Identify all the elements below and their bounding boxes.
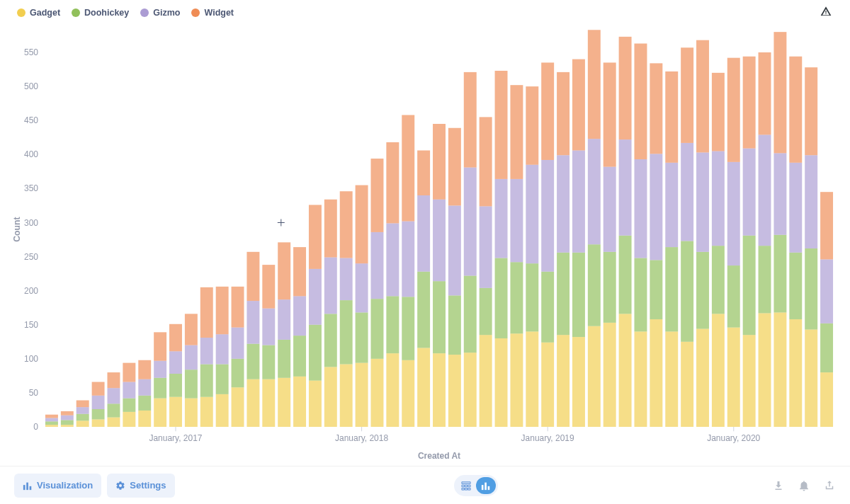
bar-segment-gizmo[interactable] (356, 263, 368, 312)
bar-segment-gadget[interactable] (371, 359, 384, 427)
bar-segment-gadget[interactable] (309, 381, 322, 427)
bar-segment-gizmo[interactable] (433, 200, 446, 281)
bar-segment-doohickey[interactable] (665, 247, 678, 331)
bar-segment-widget[interactable] (464, 72, 477, 168)
bar-segment-gizmo[interactable] (138, 379, 151, 396)
bar-segment-gizmo[interactable] (820, 259, 833, 323)
bar-segment-doohickey[interactable] (232, 359, 244, 387)
bar-segment-widget[interactable] (356, 185, 368, 264)
bar-segment-gizmo[interactable] (510, 179, 523, 262)
bar-segment-gadget[interactable] (417, 348, 430, 427)
bar-segment-gizmo[interactable] (572, 151, 585, 253)
bar-segment-gadget[interactable] (526, 331, 538, 427)
bar-segment-gadget[interactable] (123, 412, 135, 427)
warning-icon[interactable] (820, 6, 842, 19)
bar-segment-gadget[interactable] (743, 335, 756, 427)
bar-segment-widget[interactable] (448, 128, 461, 206)
bar-segment-doohickey[interactable] (246, 344, 259, 379)
bar-segment-gadget[interactable] (61, 425, 74, 427)
bar-segment-gizmo[interactable] (696, 152, 709, 251)
table-view-toggle[interactable] (456, 477, 476, 494)
bar-segment-gizmo[interactable] (340, 258, 353, 300)
bar-segment-doohickey[interactable] (727, 265, 740, 328)
bar-segment-doohickey[interactable] (293, 336, 306, 377)
bar-segment-doohickey[interactable] (386, 296, 399, 353)
bar-segment-gizmo[interactable] (526, 165, 538, 263)
bar-segment-widget[interactable] (495, 71, 508, 179)
bar-segment-gadget[interactable] (820, 372, 833, 427)
bar-segment-widget[interactable] (588, 30, 601, 139)
bar-segment-gizmo[interactable] (650, 154, 662, 260)
bar-segment-doohickey[interactable] (448, 295, 461, 355)
bar-segment-gizmo[interactable] (665, 163, 678, 247)
bar-segment-gadget[interactable] (665, 331, 678, 427)
bar-segment-gadget[interactable] (138, 411, 151, 427)
bar-segment-widget[interactable] (789, 57, 802, 163)
bar-segment-gadget[interactable] (557, 335, 570, 427)
bar-segment-gadget[interactable] (789, 319, 802, 427)
bar-segment-gadget[interactable] (464, 353, 477, 427)
bar-segment-gizmo[interactable] (727, 162, 740, 265)
bar-segment-doohickey[interactable] (681, 241, 693, 341)
bar-segment-gadget[interactable] (200, 397, 213, 427)
bar-segment-gadget[interactable] (108, 418, 120, 427)
bar-segment-doohickey[interactable] (805, 248, 817, 329)
chart-view-toggle[interactable] (476, 477, 496, 494)
bar-segment-doohickey[interactable] (480, 288, 492, 335)
bar-segment-gadget[interactable] (604, 323, 616, 427)
bar-segment-doohickey[interactable] (169, 374, 182, 397)
bar-segment-widget[interactable] (232, 287, 244, 328)
bar-segment-gizmo[interactable] (200, 338, 213, 365)
bar-segment-widget[interactable] (246, 252, 259, 301)
bar-segment-gadget[interactable] (433, 353, 446, 427)
bar-segment-gizmo[interactable] (278, 299, 290, 340)
bar-segment-gizmo[interactable] (386, 223, 399, 296)
bar-segment-widget[interactable] (154, 332, 166, 360)
bar-segment-gizmo[interactable] (805, 155, 817, 248)
bar-segment-gadget[interactable] (356, 363, 368, 427)
bar-segment-doohickey[interactable] (138, 396, 151, 411)
bar-segment-doohickey[interactable] (76, 414, 89, 421)
bar-segment-gizmo[interactable] (232, 328, 244, 359)
bell-icon[interactable] (798, 479, 810, 492)
bar-segment-gizmo[interactable] (604, 167, 616, 252)
bar-segment-gadget[interactable] (324, 367, 337, 427)
bar-segment-widget[interactable] (123, 363, 135, 382)
bar-segment-doohickey[interactable] (278, 340, 290, 378)
bar-segment-gizmo[interactable] (495, 179, 508, 258)
bar-segment-gadget[interactable] (169, 397, 182, 427)
bar-segment-gizmo[interactable] (309, 269, 322, 325)
legend-item-gizmo[interactable]: Gizmo (140, 8, 180, 18)
bar-segment-widget[interactable] (727, 58, 740, 162)
bar-segment-widget[interactable] (557, 72, 570, 155)
bar-segment-doohickey[interactable] (262, 345, 275, 379)
bar-segment-gizmo[interactable] (712, 151, 725, 246)
legend-item-doohickey[interactable]: Doohickey (72, 8, 129, 18)
bar-segment-widget[interactable] (61, 411, 74, 416)
bar-segment-gizmo[interactable] (635, 159, 647, 258)
bar-segment-widget[interactable] (92, 382, 105, 396)
bar-segment-doohickey[interactable] (356, 312, 368, 362)
bar-segment-widget[interactable] (293, 247, 306, 296)
bar-segment-gadget[interactable] (572, 337, 585, 427)
bar-segment-widget[interactable] (278, 242, 290, 299)
bar-segment-gadget[interactable] (185, 399, 198, 427)
bar-segment-doohickey[interactable] (200, 365, 213, 397)
bar-segment-doohickey[interactable] (123, 399, 135, 412)
bar-segment-gizmo[interactable] (324, 258, 337, 314)
bar-segment-widget[interactable] (759, 52, 771, 134)
bar-segment-gadget[interactable] (480, 335, 492, 427)
bar-segment-gadget[interactable] (541, 343, 554, 427)
bar-segment-widget[interactable] (386, 142, 399, 223)
bar-segment-gadget[interactable] (712, 314, 725, 427)
bar-segment-doohickey[interactable] (712, 246, 725, 314)
bar-segment-gadget[interactable] (774, 312, 786, 427)
bar-segment-gizmo[interactable] (480, 206, 492, 287)
bar-segment-gadget[interactable] (588, 326, 601, 427)
bar-segment-doohickey[interactable] (324, 314, 337, 367)
settings-button[interactable]: Settings (107, 474, 174, 498)
bar-segment-widget[interactable] (696, 40, 709, 153)
bar-segment-doohickey[interactable] (541, 272, 554, 343)
bar-segment-doohickey[interactable] (45, 421, 58, 425)
bar-segment-widget[interactable] (774, 32, 786, 153)
